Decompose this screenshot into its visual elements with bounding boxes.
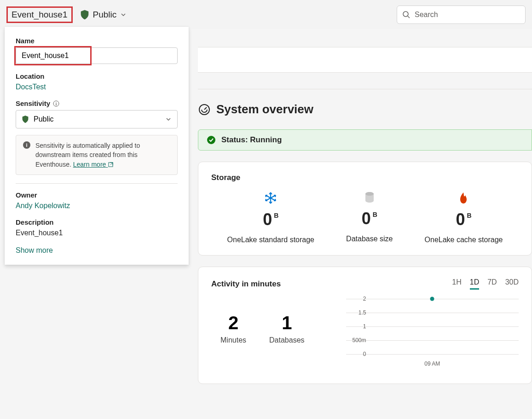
storage-card: Storage 0B OneLake standard storage 0B D…	[198, 162, 532, 256]
owner-label: Owner	[16, 191, 178, 199]
name-input[interactable]	[16, 47, 178, 64]
visibility-dropdown[interactable]: Public	[80, 10, 127, 20]
description-label: Description	[16, 218, 178, 226]
chart-ytick: 0	[348, 351, 366, 357]
description-value: Event_house1	[16, 229, 178, 237]
storage-value: 0B	[263, 210, 278, 229]
sensitivity-select[interactable]: Public	[16, 110, 178, 128]
storage-label: OneLake cache storage	[425, 236, 503, 244]
svg-line-7	[110, 163, 113, 165]
stat-label: Databases	[269, 336, 305, 344]
search-input[interactable]	[397, 6, 526, 24]
snowflake-icon	[227, 192, 314, 204]
storage-item: 0B OneLake standard storage	[227, 192, 314, 244]
timerange-1D[interactable]: 1D	[470, 278, 479, 290]
stat-value: 2	[220, 313, 246, 333]
location-label: Location	[16, 72, 178, 80]
owner-link[interactable]: Andy Kopelowitz	[16, 202, 70, 210]
chevron-down-icon	[165, 116, 172, 122]
search-icon	[402, 11, 411, 19]
storage-item: 0B OneLake cache storage	[425, 192, 503, 244]
svg-line-10	[204, 107, 207, 110]
sensitivity-info-box: i Sensitivity is automatically applied t…	[16, 135, 178, 175]
chart-ytick: 2	[348, 296, 366, 302]
storage-item: 0B Database size	[346, 192, 393, 244]
breadcrumb-title[interactable]: Event_house1	[6, 6, 73, 23]
timerange-7D[interactable]: 7D	[487, 278, 497, 290]
storage-title: Storage	[211, 173, 519, 182]
chevron-down-icon	[120, 12, 127, 18]
sensitivity-value: Public	[34, 115, 161, 123]
svg-point-16	[365, 192, 374, 196]
storage-label: Database size	[346, 235, 393, 243]
shield-icon	[80, 10, 89, 20]
svg-text:i: i	[26, 142, 27, 148]
check-circle-icon	[207, 135, 216, 145]
show-more-link[interactable]: Show more	[16, 246, 53, 255]
stat-value: 1	[269, 313, 305, 333]
gauge-icon	[198, 103, 211, 116]
database-icon	[346, 192, 393, 204]
svg-text:i: i	[56, 101, 57, 106]
activity-stat: 2Minutes	[220, 313, 246, 372]
timerange-30D[interactable]: 30D	[505, 278, 519, 290]
details-popover: Name Location DocsTest Sensitivity i Pub…	[5, 27, 189, 265]
activity-chart: 21.51500m009 AM	[323, 299, 519, 372]
chart-point	[430, 297, 434, 301]
location-link[interactable]: DocsTest	[16, 83, 178, 91]
timerange-1H[interactable]: 1H	[452, 278, 461, 290]
svg-point-0	[403, 12, 408, 17]
visibility-label: Public	[93, 10, 117, 20]
flame-icon	[425, 192, 503, 204]
svg-point-11	[207, 136, 215, 144]
sensitivity-label: Sensitivity i	[16, 99, 178, 107]
activity-card: Activity in minutes 1H1D7D30D 2Minutes1D…	[198, 267, 532, 384]
chart-ytick: 1.5	[348, 309, 366, 316]
page-title: System overview	[216, 102, 313, 116]
status-text: Status: Running	[221, 135, 282, 145]
storage-value: 0B	[456, 210, 471, 229]
name-label: Name	[16, 37, 178, 45]
chart-xtick: 09 AM	[424, 361, 440, 367]
activity-title: Activity in minutes	[211, 279, 281, 289]
activity-stat: 1Databases	[269, 313, 305, 372]
shield-icon	[22, 115, 29, 123]
info-icon: i	[23, 141, 31, 169]
info-icon[interactable]: i	[53, 100, 59, 107]
chart-ytick: 500m	[348, 337, 366, 343]
svg-line-1	[408, 16, 410, 18]
chart-ytick: 1	[348, 323, 366, 330]
storage-value: 0B	[362, 209, 377, 228]
learn-more-link[interactable]: Learn more	[73, 161, 114, 168]
status-bar: Status: Running	[198, 129, 532, 151]
stat-label: Minutes	[220, 336, 246, 344]
storage-label: OneLake standard storage	[227, 236, 314, 244]
